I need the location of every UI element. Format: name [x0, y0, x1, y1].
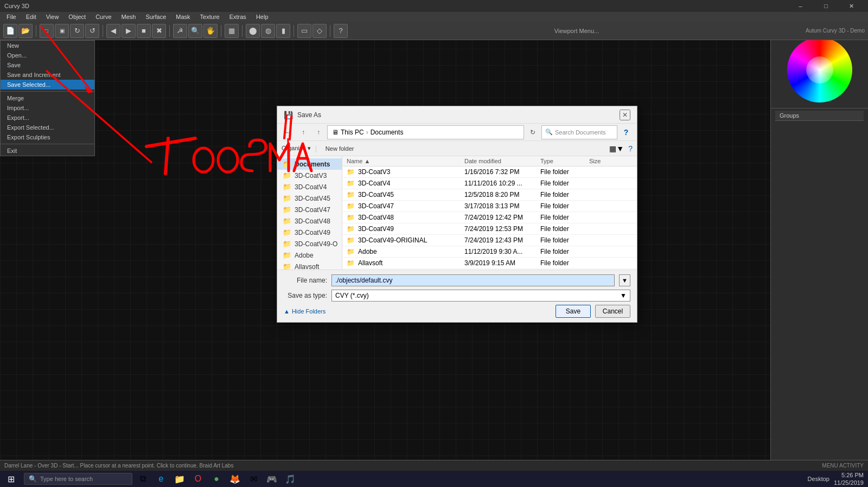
menu-item-import[interactable]: Import...	[1, 103, 94, 113]
hide-folders-button[interactable]: ▲ Hide Folders	[284, 308, 326, 315]
col-size[interactable]: Size	[589, 158, 633, 164]
breadcrumb-path[interactable]: Documents	[371, 129, 404, 136]
minimize-button[interactable]: –	[788, 0, 813, 12]
toolbar-grid[interactable]: ▦	[225, 24, 239, 38]
menu-item-export-sculpties[interactable]: Export Sculpties	[1, 132, 94, 142]
menu-item-save-selected[interactable]: Save Selected...	[1, 80, 94, 89]
taskbar-search[interactable]: 🔍 Type here to search	[24, 473, 132, 485]
nav-item-adobe[interactable]: 📁 Adobe	[277, 249, 342, 261]
menu-texture[interactable]: Texture	[196, 12, 224, 22]
toolbar-b6[interactable]: ▶	[122, 24, 136, 38]
search-box[interactable]: 🔍 Search Documents	[541, 125, 617, 139]
toolbar-diamond[interactable]: ◇	[312, 24, 327, 38]
menu-curve[interactable]: Curve	[91, 12, 116, 22]
filename-dropdown-arrow[interactable]: ▼	[619, 274, 630, 286]
toolbar-b7[interactable]: ■	[137, 24, 151, 38]
breadcrumb-root[interactable]: This PC	[341, 129, 364, 136]
toolbar-b5[interactable]: ◀	[106, 24, 120, 38]
toolbar-cylinder[interactable]: ▮	[276, 24, 290, 38]
dialog-forward-button[interactable]: ↑	[297, 126, 310, 139]
view-toggle[interactable]: ▦▼	[609, 144, 624, 153]
menu-item-new[interactable]: New	[1, 41, 94, 50]
file-row-3dcoatv49[interactable]: 📁 3D-CoatV49 7/24/2019 12:53 PM File fol…	[342, 223, 637, 235]
toolbar-torus[interactable]: ◍	[261, 24, 275, 38]
toolbar-sphere[interactable]: ⬤	[246, 24, 260, 38]
nav-item-3dcoatv3[interactable]: 📁 3D-CoatV3	[277, 170, 342, 181]
toolbar-open[interactable]: 📂	[18, 24, 33, 38]
organize-button[interactable]: Organize ▾	[282, 145, 311, 152]
nav-item-3dcoatv48[interactable]: 📁 3D-CoatV48	[277, 215, 342, 227]
file-row-allavsoft[interactable]: 📁 Allavsoft 3/9/2019 9:15 AM File folder	[342, 258, 637, 269]
menu-item-exit[interactable]: Exit	[1, 146, 94, 156]
menu-object[interactable]: Object	[64, 12, 90, 22]
file-row-3dcoatv4[interactable]: 📁 3D-CoatV4 11/11/2016 10:29 ... File fo…	[342, 178, 637, 189]
file-row-3dcoatv48[interactable]: 📁 3D-CoatV48 7/24/2019 12:42 PM File fol…	[342, 212, 637, 223]
col-name[interactable]: Name	[347, 158, 464, 164]
menu-item-export[interactable]: Export...	[1, 113, 94, 123]
file-row-3dcoatv3[interactable]: 📁 3D-CoatV3 1/16/2016 7:32 PM File folde…	[342, 166, 637, 178]
toolbar-zoom[interactable]: 🔍	[188, 24, 202, 38]
dialog-close-button[interactable]: ✕	[620, 110, 630, 120]
col-date[interactable]: Date modified	[464, 158, 540, 164]
file-row-adobe[interactable]: 📁 Adobe 11/12/2019 9:30 A... File folder	[342, 246, 637, 258]
nav-item-3dcoatv47[interactable]: 📁 3D-CoatV47	[277, 204, 342, 215]
maximize-button[interactable]: □	[814, 0, 838, 12]
dialog-back-button[interactable]: ←	[282, 126, 295, 139]
menu-mesh[interactable]: Mesh	[117, 12, 141, 22]
taskbar-firefox[interactable]: 🦊	[227, 471, 243, 487]
menu-view[interactable]: View	[42, 12, 63, 22]
toolbar-b4[interactable]: ↺	[85, 24, 99, 38]
file-row-3dcoatv45[interactable]: 📁 3D-CoatV45 12/5/2018 8:20 PM File fold…	[342, 189, 637, 201]
dialog-refresh-button[interactable]: ↻	[526, 126, 539, 139]
nav-item-3dcoatv49[interactable]: 📁 3D-CoatV49	[277, 227, 342, 238]
taskbar-mail[interactable]: ✉	[245, 471, 261, 487]
new-folder-button[interactable]: New folder	[321, 144, 359, 153]
filetype-dropdown[interactable]: CVY (*.cvy) ▼	[331, 290, 630, 302]
taskbar-app1[interactable]: 🎮	[264, 471, 280, 487]
taskbar-desktop[interactable]: Desktop	[808, 476, 829, 482]
menu-mask[interactable]: Mask	[171, 12, 194, 22]
col-type[interactable]: Type	[540, 158, 589, 164]
toolbar-b1[interactable]: □	[40, 24, 54, 38]
nav-item-3dcoatv4[interactable]: 📁 3D-CoatV4	[277, 181, 342, 193]
nav-item-3dcoatv49o[interactable]: 📁 3D-CoatV49-O	[277, 238, 342, 249]
save-button[interactable]: Save	[556, 305, 591, 318]
toolbar-b8[interactable]: ✖	[152, 24, 166, 38]
menu-item-merge[interactable]: Merge	[1, 93, 94, 103]
taskbar-opera[interactable]: O	[190, 471, 206, 487]
toolbar-rect[interactable]: ▭	[297, 24, 311, 38]
start-button[interactable]: ⊞	[0, 471, 22, 487]
toolbar-pan[interactable]: 🖐	[203, 24, 218, 38]
view-help-icon[interactable]: ?	[628, 144, 633, 153]
toolbar-b2[interactable]: ▣	[55, 24, 69, 38]
menu-surface[interactable]: Surface	[141, 12, 170, 22]
breadcrumb-bar[interactable]: 🖥 This PC › Documents	[327, 125, 524, 139]
menu-extras[interactable]: Extras	[225, 12, 251, 22]
color-wheel[interactable]	[787, 37, 852, 102]
taskbar-chrome[interactable]: ●	[208, 471, 225, 487]
dialog-up-button[interactable]: ↑	[312, 126, 325, 139]
toolbar-b3[interactable]: ↻	[70, 24, 84, 38]
menu-help[interactable]: Help	[252, 12, 273, 22]
taskbar-edge[interactable]: e	[153, 471, 169, 487]
file-row-3dcoatv49original[interactable]: 📁 3D-CoatV49-ORIGINAL 7/24/2019 12:43 PM…	[342, 235, 637, 246]
menu-item-open[interactable]: Open...	[1, 50, 94, 60]
nav-item-3dcoatv45[interactable]: 📁 3D-CoatV45	[277, 193, 342, 204]
taskbar-app2[interactable]: 🎵	[282, 471, 298, 487]
dialog-view-help-button[interactable]: ?	[620, 126, 633, 139]
file-row-3dcoatv47[interactable]: 📁 3D-CoatV47 3/17/2018 3:13 PM File fold…	[342, 201, 637, 212]
menu-item-save-increment[interactable]: Save and Increment	[1, 70, 94, 80]
nav-item-documents[interactable]: 📁 Documents	[277, 158, 342, 170]
close-button[interactable]: ✕	[839, 0, 864, 12]
toolbar-new[interactable]: 📄	[3, 24, 17, 38]
cancel-button[interactable]: Cancel	[595, 305, 630, 318]
toolbar-help[interactable]: ?	[334, 24, 348, 38]
menu-item-save[interactable]: Save	[1, 60, 94, 70]
menu-item-export-selected[interactable]: Export Selected...	[1, 123, 94, 132]
nav-item-allavsoft[interactable]: 📁 Allavsoft	[277, 261, 342, 270]
toolbar-move[interactable]: ☭	[173, 24, 187, 38]
menu-edit[interactable]: Edit	[22, 12, 41, 22]
taskbar-task-view[interactable]: ⧉	[135, 471, 151, 487]
filename-input[interactable]	[331, 274, 615, 286]
menu-file[interactable]: File	[2, 12, 21, 22]
